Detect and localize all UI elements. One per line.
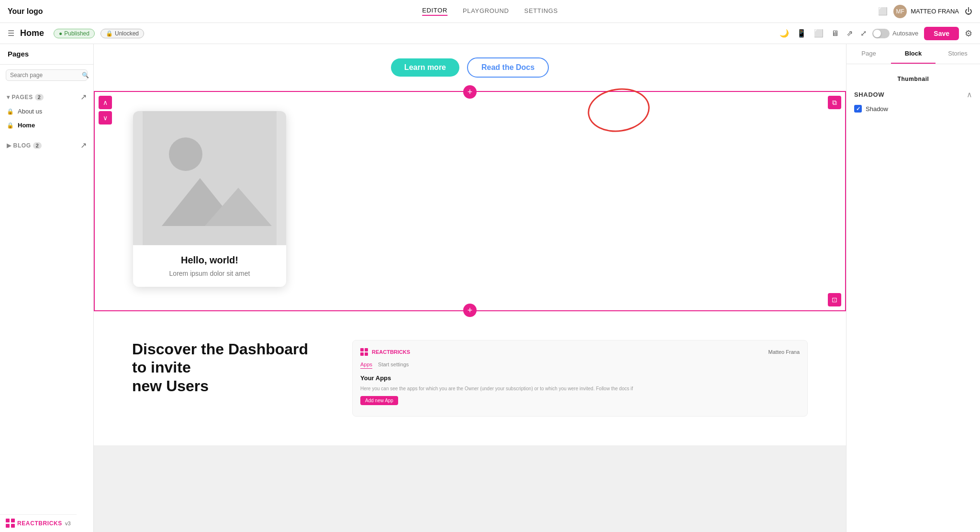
search-input[interactable] bbox=[10, 72, 82, 79]
hamburger-icon[interactable]: ☰ bbox=[8, 29, 14, 38]
learn-more-button[interactable]: Learn more bbox=[391, 58, 459, 77]
panel-tabs: Page Block Stories bbox=[846, 44, 980, 64]
panel-collapse-icon[interactable]: ∧ bbox=[967, 90, 972, 99]
sub-toolbar: ☰ Home ● Published 🔒 Unlocked 🌙 📱 ⬜ 🖥 ⇗ … bbox=[0, 23, 980, 44]
shadow-section-header: SHADOW ∧ bbox=[854, 90, 972, 99]
block-paste-button[interactable]: ⊡ bbox=[828, 293, 841, 306]
dash-tab-apps[interactable]: Apps bbox=[360, 362, 372, 369]
add-block-top-button[interactable]: + bbox=[463, 85, 477, 99]
block-move-down-button[interactable]: ∨ bbox=[99, 111, 112, 125]
shadow-label: Shadow bbox=[866, 105, 888, 113]
read-docs-button[interactable]: Read the Docs bbox=[467, 57, 549, 78]
dashboard-preview: REACTBRICKS Matteo Frana Apps Start sett… bbox=[352, 340, 808, 417]
search-box[interactable]: 🔍 bbox=[6, 69, 88, 81]
share-icon[interactable]: ⇗ bbox=[846, 29, 853, 38]
image-placeholder-svg bbox=[143, 111, 277, 245]
toolbar-icons: 🌙 📱 ⬜ 🖥 ⇗ ⤢ bbox=[780, 29, 867, 38]
shadow-option: ✓ Shadow bbox=[854, 105, 972, 113]
pages-count: 2 bbox=[35, 94, 44, 101]
block-copy-button[interactable]: ⧉ bbox=[828, 96, 841, 109]
published-dot: ● bbox=[59, 30, 62, 37]
block-add-bottom: + bbox=[463, 304, 477, 317]
dash-section-title: Your Apps bbox=[360, 374, 800, 382]
tab-block[interactable]: Block bbox=[891, 44, 935, 64]
below-heading: Discover the Dashboard to invite new Use… bbox=[132, 340, 323, 395]
block-content: Hello, world! Lorem ipsum dolor sit amet bbox=[95, 92, 845, 306]
blog-count: 2 bbox=[33, 142, 42, 149]
dash-logo-squares bbox=[360, 348, 368, 356]
rb-footer: REACTBRICKS v3 bbox=[0, 514, 77, 532]
dark-mode-icon[interactable]: 🌙 bbox=[780, 29, 789, 38]
thumbnail-label: Thumbnail bbox=[854, 72, 972, 90]
lock-icon: 🔒 bbox=[106, 30, 113, 37]
page-item-home[interactable]: 🔒 Home bbox=[0, 118, 93, 132]
autosave-toggle[interactable]: Autosave bbox=[872, 29, 918, 38]
toggle-switch[interactable] bbox=[872, 29, 890, 38]
canvas-area: Learn more Read the Docs + ∧ ∨ ⧉ bbox=[94, 44, 846, 532]
svg-point-1 bbox=[169, 137, 202, 171]
blog-add-icon[interactable]: ↗ bbox=[80, 141, 87, 150]
user-info: MF MATTEO FRANA bbox=[893, 5, 959, 18]
preview-banner: Learn more Read the Docs bbox=[94, 44, 846, 91]
power-icon[interactable]: ⏻ bbox=[965, 7, 972, 16]
below-section: Discover the Dashboard to invite new Use… bbox=[94, 311, 846, 445]
dashboard-header: REACTBRICKS Matteo Frana bbox=[360, 348, 800, 356]
tab-stories[interactable]: Stories bbox=[935, 44, 980, 64]
desktop-icon[interactable]: 🖥 bbox=[831, 29, 839, 38]
pages-add-icon[interactable]: ↗ bbox=[80, 92, 87, 102]
block-move-up-button[interactable]: ∧ bbox=[99, 96, 112, 109]
main-layout: Pages 🔍 ▾ PAGES 2 ↗ 🔒 About us 🔒 Home bbox=[0, 44, 980, 532]
dash-tabs: Apps Start settings bbox=[360, 362, 800, 369]
below-text: Discover the Dashboard to invite new Use… bbox=[132, 340, 323, 395]
page-lock-icon: 🔒 bbox=[7, 108, 14, 115]
sidebar-title: Pages bbox=[8, 50, 29, 58]
block-container: + ∧ ∨ ⧉ Hello, worl bbox=[94, 91, 846, 311]
nav-center: EDITOR PLAYGROUND SETTINGS bbox=[422, 7, 558, 16]
shadow-section-title: SHADOW bbox=[854, 91, 884, 98]
pages-label: ▾ PAGES 2 bbox=[7, 94, 44, 101]
window-icon[interactable]: ⬜ bbox=[878, 7, 888, 16]
rb-logo-squares bbox=[6, 519, 15, 528]
nav-item-editor[interactable]: EDITOR bbox=[422, 7, 447, 16]
blog-label: ▶ BLOG 2 bbox=[7, 142, 42, 149]
page-home-icon: 🔒 bbox=[7, 122, 14, 129]
rb-version: v3 bbox=[65, 521, 71, 526]
settings-icon[interactable]: ⚙ bbox=[965, 28, 972, 39]
rb-brand: REACTBRICKS bbox=[17, 520, 62, 527]
tablet-icon[interactable]: ⬜ bbox=[814, 29, 824, 38]
nav-item-settings[interactable]: SETTINGS bbox=[524, 7, 558, 15]
card-title: Hello, world! bbox=[143, 255, 277, 266]
unlocked-badge: 🔒 Unlocked bbox=[100, 29, 144, 38]
panel-section: Thumbnail SHADOW ∧ ✓ Shadow bbox=[846, 64, 980, 120]
sidebar-header: Pages bbox=[0, 44, 93, 65]
add-app-button[interactable]: Add new App bbox=[360, 396, 398, 405]
avatar: MF bbox=[893, 5, 907, 18]
user-name: MATTEO FRANA bbox=[911, 8, 959, 15]
tab-page[interactable]: Page bbox=[846, 44, 891, 64]
dash-section-text: Here you can see the apps for which you … bbox=[360, 385, 800, 392]
nav-right: ⬜ MF MATTEO FRANA ⏻ bbox=[878, 5, 972, 18]
dash-tab-settings[interactable]: Start settings bbox=[378, 362, 409, 369]
logo: Your logo bbox=[8, 7, 43, 16]
pages-section: ▾ PAGES 2 ↗ 🔒 About us 🔒 Home bbox=[0, 86, 93, 136]
pages-header: ▾ PAGES 2 ↗ bbox=[0, 90, 93, 104]
dash-user: Matteo Frana bbox=[768, 349, 800, 355]
expand-icon[interactable]: ⤢ bbox=[860, 29, 867, 38]
blog-section: ▶ BLOG 2 ↗ bbox=[0, 136, 93, 155]
nav-item-playground[interactable]: PLAYGROUND bbox=[463, 7, 509, 15]
shadow-checkbox[interactable]: ✓ bbox=[854, 105, 862, 113]
thumbnail-card: Hello, world! Lorem ipsum dolor sit amet bbox=[133, 111, 286, 287]
search-icon: 🔍 bbox=[82, 72, 89, 79]
add-block-bottom-button[interactable]: + bbox=[463, 304, 477, 317]
save-button[interactable]: Save bbox=[924, 27, 959, 40]
page-item-about[interactable]: 🔒 About us bbox=[0, 104, 93, 118]
card-body: Hello, world! Lorem ipsum dolor sit amet bbox=[133, 245, 286, 287]
card-text: Lorem ipsum dolor sit amet bbox=[143, 270, 277, 277]
toggle-knob bbox=[873, 30, 881, 37]
mobile-icon[interactable]: 📱 bbox=[797, 29, 806, 38]
blog-header[interactable]: ▶ BLOG 2 ↗ bbox=[0, 138, 93, 153]
published-badge: ● Published bbox=[54, 29, 95, 38]
checkmark-icon: ✓ bbox=[856, 106, 860, 112]
autosave-label: Autosave bbox=[892, 30, 918, 37]
sidebar: Pages 🔍 ▾ PAGES 2 ↗ 🔒 About us 🔒 Home bbox=[0, 44, 94, 532]
